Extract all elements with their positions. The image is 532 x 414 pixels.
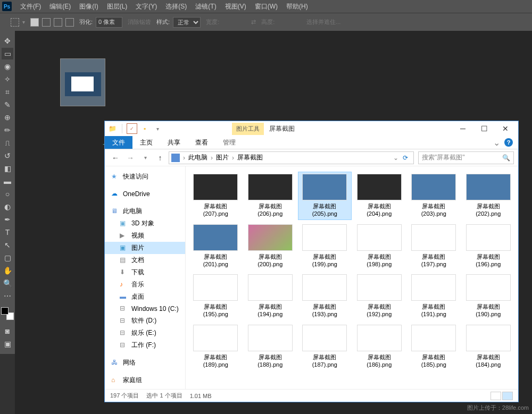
marquee-tool-icon[interactable] [11,18,19,27]
menu-filter[interactable]: 滤镜(T) [191,2,220,11]
sidebar-desktop[interactable]: ▬桌面 [105,291,185,303]
file-item[interactable]: 屏幕截图(187).png [298,323,352,371]
explorer-titlebar[interactable]: 📁 ✓ ▪ ▾ 图片工具 屏幕截图 ─ ☐ ✕ [105,121,518,136]
menu-select[interactable]: 选择(S) [161,2,191,11]
sidebar-downloads[interactable]: ⬇下载 [105,266,185,278]
sidebar-network[interactable]: 🖧网络 [105,357,185,369]
dodge-tool[interactable]: ◐ [2,201,13,213]
zoom-tool[interactable]: 🔍 [2,277,13,289]
sidebar-quickaccess[interactable]: ★快速访问 [105,171,185,183]
brush-tool[interactable]: ✏ [2,124,13,136]
hand-tool[interactable]: ✋ [2,265,13,276]
menu-view[interactable]: 视图(V) [221,2,251,11]
file-item[interactable]: 屏幕截图(197).png [407,222,461,271]
selection-intersect-icon[interactable] [65,18,74,27]
view-icons-button[interactable] [502,392,513,400]
history-brush-tool[interactable]: ↺ [2,150,13,162]
screenmode-tool[interactable]: ▣ [2,338,13,350]
file-item[interactable]: 屏幕截图(198).png [353,222,406,271]
help-icon[interactable]: ? [504,138,513,147]
sidebar-drive-e[interactable]: ⊟娱乐 (E:) [105,327,185,339]
menu-window[interactable]: 窗口(W) [251,2,282,11]
qat-dropdown-icon[interactable]: ▾ [152,123,163,134]
style-select[interactable]: 正常 [173,17,201,28]
breadcrumb-dropdown-icon[interactable]: ⌄ [393,154,398,162]
menu-edit[interactable]: 编辑(E) [45,2,75,11]
sidebar-homegroup[interactable]: ⌂家庭组 [105,374,185,386]
menu-layer[interactable]: 图层(L) [103,2,132,11]
qat-properties-icon[interactable]: ✓ [127,123,137,134]
file-item[interactable]: 屏幕截图(204).png [353,172,406,220]
sidebar-pictures[interactable]: ▣图片 [105,242,185,254]
selection-add-icon[interactable] [42,18,51,27]
sidebar-thispc[interactable]: 🖥此电脑 [105,205,185,217]
sidebar-drive-d[interactable]: ⊟软件 (D:) [105,315,185,327]
sidebar-3d[interactable]: ▣3D 对象 [105,217,185,230]
document-thumbnail[interactable] [60,58,105,106]
move-tool[interactable]: ✥ [2,35,13,47]
breadcrumb[interactable]: › 此电脑 › 图片 › 屏幕截图 ⌄ ⟳ [169,151,414,164]
breadcrumb-seg-2[interactable]: 屏幕截图 [235,153,265,162]
breadcrumb-seg-1[interactable]: 图片 [214,153,231,162]
file-item[interactable]: 屏幕截图(196).png [462,222,516,271]
file-item[interactable]: 屏幕截图(207).png [189,172,243,220]
file-item[interactable]: 屏幕截图(201).png [189,222,243,271]
file-item[interactable]: 屏幕截图(206).png [244,172,297,220]
file-item[interactable]: 屏幕截图(194).png [244,272,297,320]
tab-file[interactable]: 文件 [105,136,132,149]
stamp-tool[interactable]: ⎍ [2,137,13,149]
file-item[interactable]: 屏幕截图(188).png [244,323,297,371]
menu-type[interactable]: 文字(Y) [131,2,161,11]
file-item[interactable]: 屏幕截图(189).png [189,323,243,371]
sidebar-music[interactable]: ♪音乐 [105,278,185,291]
blur-tool[interactable]: ○ [2,188,13,200]
heal-tool[interactable]: ⊕ [2,112,13,123]
sidebar-drive-c[interactable]: ⊟Windows 10 (C:) [105,303,185,315]
nav-back-button[interactable]: ← [109,151,122,164]
file-item[interactable]: 屏幕截图(190).png [462,272,516,320]
color-swatches[interactable] [1,307,14,320]
file-item[interactable]: 屏幕截图(186).png [353,323,406,371]
tab-share[interactable]: 共享 [160,136,188,149]
more-tools[interactable]: ⋯ [2,290,13,302]
file-grid[interactable]: 屏幕截图(207).png 屏幕截图(206).png 屏幕截图(205).pn… [186,166,518,389]
crop-tool[interactable]: ⌗ [2,86,13,98]
selection-new-icon[interactable] [30,18,39,27]
file-item[interactable]: 屏幕截图(193).png [298,272,352,320]
tab-home[interactable]: 主页 [132,136,160,149]
lasso-tool[interactable]: ◉ [2,61,13,72]
sidebar-onedrive[interactable]: ☁OneDrive [105,188,185,200]
breadcrumb-seg-0[interactable]: 此电脑 [186,153,210,162]
file-item[interactable]: 屏幕截图(199).png [298,222,352,271]
eraser-tool[interactable]: ◧ [2,163,13,174]
ribbon-expand-icon[interactable]: ⌄ [493,138,500,148]
shape-tool[interactable]: ▢ [2,252,13,264]
path-select-tool[interactable]: ↖ [2,239,13,251]
file-item[interactable]: 屏幕截图(203).png [407,172,461,220]
sidebar-drive-f[interactable]: ⊟工作 (F:) [105,339,185,351]
folder-icon[interactable]: 📁 [107,123,118,134]
gradient-tool[interactable]: ▬ [2,175,13,187]
menu-file[interactable]: 文件(F) [16,2,45,11]
eyedropper-tool[interactable]: ✎ [2,99,13,111]
quickmask-tool[interactable]: ◙ [2,325,13,337]
view-details-button[interactable] [491,392,501,400]
selection-subtract-icon[interactable] [54,18,62,27]
marquee-tool[interactable]: ▭ [2,48,13,60]
search-input[interactable]: 搜索"屏幕截图" 🔍 [418,151,514,164]
file-item[interactable]: 屏幕截图(205).png [298,172,352,220]
close-button[interactable]: ✕ [495,122,516,136]
nav-history-icon[interactable]: ▾ [139,151,152,164]
nav-up-button[interactable]: ↑ [154,151,167,164]
nav-fwd-button[interactable]: → [124,151,137,164]
file-item[interactable]: 屏幕截图(202).png [462,172,516,220]
pen-tool[interactable]: ✒ [2,214,13,225]
sidebar-video[interactable]: ▶视频 [105,230,185,242]
foreground-color[interactable] [1,307,9,315]
menu-image[interactable]: 图像(I) [75,2,102,11]
tab-view[interactable]: 查看 [188,136,215,149]
type-tool[interactable]: T [2,226,13,238]
file-item[interactable]: 屏幕截图(191).png [407,272,461,320]
minimize-button[interactable]: ─ [452,122,473,136]
file-item[interactable]: 屏幕截图(200).png [244,222,297,271]
